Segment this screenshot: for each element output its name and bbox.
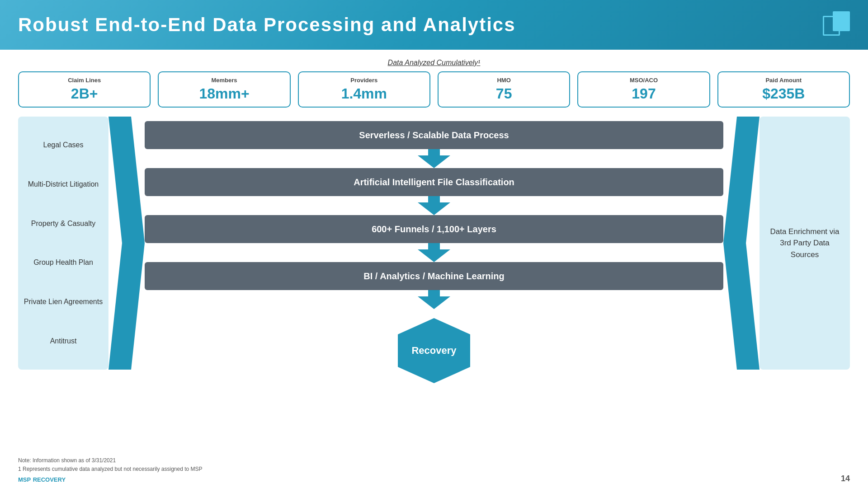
stat-label-1: Members bbox=[166, 77, 282, 84]
left-item-1: Multi-District Litigation bbox=[28, 180, 99, 188]
pipeline-bar-3: BI / Analytics / Machine Learning bbox=[145, 262, 723, 290]
footer-note2: 1 Represents cumulative data analyzed bu… bbox=[18, 465, 203, 474]
stat-label-4: MSO/ACO bbox=[585, 77, 702, 84]
stat-value-4: 197 bbox=[585, 85, 702, 102]
pipeline-step-2: 600+ Funnels / 1,100+ Layers bbox=[145, 215, 723, 243]
arrow-stem-1 bbox=[428, 149, 440, 155]
arrow-1 bbox=[418, 149, 450, 168]
stat-paid: Paid Amount $235B bbox=[717, 71, 850, 108]
page-title: Robust End-to-End Data Processing and An… bbox=[18, 14, 516, 36]
page-number: 14 bbox=[841, 474, 850, 483]
svg-marker-1 bbox=[723, 117, 760, 370]
left-item-2: Property & Casualty bbox=[31, 220, 95, 228]
arrow-stem-2 bbox=[428, 196, 440, 202]
arrow-3 bbox=[418, 243, 450, 262]
left-arrow bbox=[108, 117, 145, 370]
svg-marker-0 bbox=[108, 117, 145, 370]
pipeline-step-3: BI / Analytics / Machine Learning bbox=[145, 262, 723, 290]
footer-brand: MSP bbox=[18, 476, 31, 483]
right-panel-text: Data Enrichment via 3rd Party Data Sourc… bbox=[767, 226, 843, 261]
stat-label-0: Claim Lines bbox=[26, 77, 142, 84]
right-panel: Data Enrichment via 3rd Party Data Sourc… bbox=[760, 117, 850, 370]
stat-label-3: HMO bbox=[446, 77, 562, 84]
left-item-3: Group Health Plan bbox=[33, 258, 93, 267]
pipeline-bar-1: Artificial Intelligent File Classificati… bbox=[145, 168, 723, 196]
stat-label-5: Paid Amount bbox=[726, 77, 842, 84]
data-analyzed-label: Data Analyzed Cumulatively¹ bbox=[18, 59, 850, 67]
left-item-0: Legal Cases bbox=[43, 141, 84, 149]
header: Robust End-to-End Data Processing and An… bbox=[0, 0, 868, 50]
left-item-5: Antitrust bbox=[50, 337, 77, 345]
main-content: Data Analyzed Cumulatively¹ Claim Lines … bbox=[0, 50, 868, 488]
recovery-label: Recovery bbox=[411, 345, 456, 357]
arrow-head-4 bbox=[418, 296, 450, 309]
arrow-head-1 bbox=[418, 155, 450, 168]
pipeline-step-1: Artificial Intelligent File Classificati… bbox=[145, 168, 723, 196]
left-item-4: Private Lien Agreements bbox=[24, 298, 103, 306]
logo bbox=[823, 11, 850, 38]
recovery-hexagon: Recovery bbox=[398, 318, 470, 383]
stat-mso: MSO/ACO 197 bbox=[577, 71, 710, 108]
stat-hmo: HMO 75 bbox=[438, 71, 570, 108]
stat-claim-lines: Claim Lines 2B+ bbox=[18, 71, 151, 108]
arrow-2 bbox=[418, 196, 450, 215]
arrow-4 bbox=[418, 290, 450, 309]
arrow-stem-3 bbox=[428, 243, 440, 249]
footer-note1: Note: Information shown as of 3/31/2021 bbox=[18, 456, 203, 465]
pipeline-step-0: Serverless / Scalable Data Process bbox=[145, 121, 723, 149]
stat-providers: Providers 1.4mm bbox=[298, 71, 430, 108]
footer-brand-suffix: RECOVERY bbox=[33, 476, 66, 483]
pipeline-bar-2: 600+ Funnels / 1,100+ Layers bbox=[145, 215, 723, 243]
pipeline-bar-0: Serverless / Scalable Data Process bbox=[145, 121, 723, 149]
right-arrow bbox=[723, 117, 760, 370]
stat-value-0: 2B+ bbox=[26, 85, 142, 102]
stats-row: Claim Lines 2B+ Members 18mm+ Providers … bbox=[18, 71, 850, 108]
center-pipeline: Serverless / Scalable Data Process Artif… bbox=[145, 117, 723, 370]
logo-front-rect bbox=[833, 11, 850, 31]
stat-value-3: 75 bbox=[446, 85, 562, 102]
diagram-area: Legal Cases Multi-District Litigation Pr… bbox=[18, 117, 850, 370]
recovery-container: Recovery bbox=[398, 318, 470, 383]
arrow-head-2 bbox=[418, 202, 450, 215]
stat-members: Members 18mm+ bbox=[158, 71, 290, 108]
stat-value-2: 1.4mm bbox=[306, 85, 422, 102]
footer-notes: Note: Information shown as of 3/31/2021 … bbox=[18, 456, 203, 483]
stat-value-5: $235B bbox=[726, 85, 842, 102]
footer: Note: Information shown as of 3/31/2021 … bbox=[18, 456, 850, 483]
stat-label-2: Providers bbox=[306, 77, 422, 84]
arrow-head-3 bbox=[418, 249, 450, 262]
stat-value-1: 18mm+ bbox=[166, 85, 282, 102]
left-panel: Legal Cases Multi-District Litigation Pr… bbox=[18, 117, 108, 370]
arrow-stem-4 bbox=[428, 290, 440, 296]
